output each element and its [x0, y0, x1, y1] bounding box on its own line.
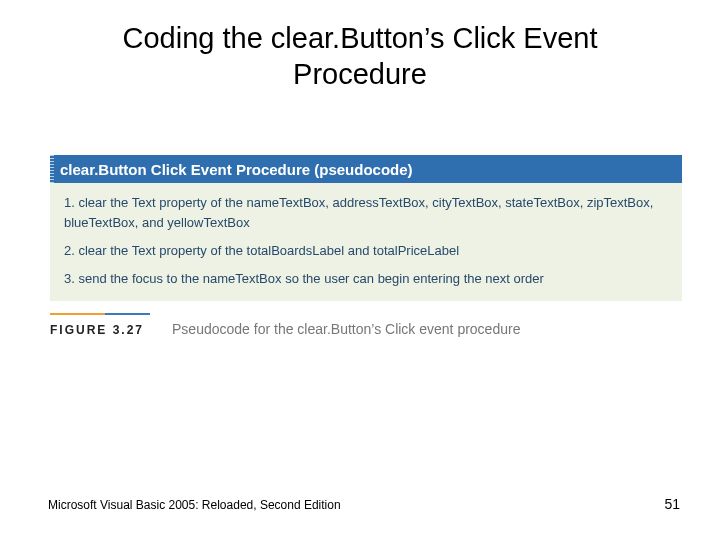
figure-number-label: FIGURE 3.27: [50, 323, 144, 337]
list-item: 2. clear the Text property of the totalB…: [64, 241, 668, 261]
slide-footer: Microsoft Visual Basic 2005: Reloaded, S…: [48, 496, 680, 512]
figure-caption-text: Pseudocode for the clear.Button’s Click …: [172, 321, 520, 337]
figure-caption: FIGURE 3.27 Pseudocode for the clear.But…: [50, 321, 682, 337]
pseudocode-list: 1. clear the Text property of the nameTe…: [50, 183, 682, 302]
figure-header: clear.Button Click Event Procedure (pseu…: [50, 155, 682, 183]
slide-title: Coding the clear.Button’s Click Event Pr…: [0, 20, 720, 93]
header-dot-decoration: [50, 155, 54, 183]
footer-source-text: Microsoft Visual Basic 2005: Reloaded, S…: [48, 498, 341, 512]
figure-header-text: clear.Button Click Event Procedure (pseu…: [60, 161, 413, 178]
figure: clear.Button Click Event Procedure (pseu…: [0, 155, 720, 338]
slide: Coding the clear.Button’s Click Event Pr…: [0, 0, 720, 540]
list-item: 1. clear the Text property of the nameTe…: [64, 193, 668, 233]
page-number: 51: [664, 496, 680, 512]
list-item: 3. send the focus to the nameTextBox so …: [64, 269, 668, 289]
caption-accent-bar: [50, 313, 150, 315]
